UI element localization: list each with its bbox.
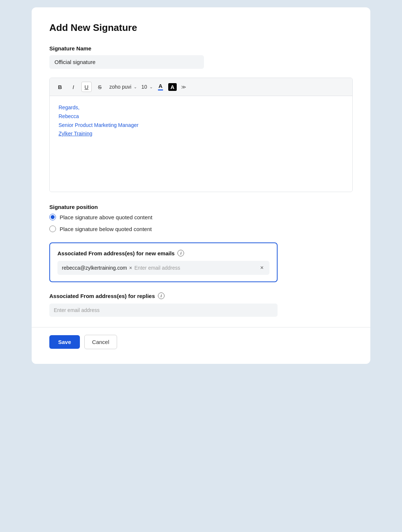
font-size-chevron-icon: ⌄ bbox=[149, 85, 153, 89]
editor-line3: Senior Product Marketing Manager bbox=[59, 121, 343, 130]
font-size-wrapper: 10 ⌄ bbox=[140, 83, 153, 91]
email-tag-text: rebecca@zylkertraining.com bbox=[62, 265, 127, 271]
radio-below-input[interactable] bbox=[49, 226, 56, 232]
associated-new-section: Associated From address(es) for new emai… bbox=[49, 242, 278, 282]
page-title: Add New Signature bbox=[49, 22, 353, 33]
associated-replies-label: Associated From address(es) for replies … bbox=[49, 292, 278, 299]
save-button[interactable]: Save bbox=[49, 335, 80, 349]
associated-replies-input-area[interactable]: Enter email address bbox=[49, 304, 278, 317]
associated-new-label-text: Associated From address(es) for new emai… bbox=[57, 250, 174, 256]
signature-editor: B I U S zoho puvi ⌄ 10 ⌄ A bbox=[49, 78, 353, 192]
editor-line4-link[interactable]: Zylker Training bbox=[59, 131, 92, 136]
associated-new-label: Associated From address(es) for new emai… bbox=[57, 250, 269, 256]
signature-name-input[interactable] bbox=[49, 55, 204, 69]
associated-new-placeholder: Enter email address bbox=[134, 265, 257, 271]
font-family-chevron-icon: ⌄ bbox=[134, 85, 137, 89]
radio-above-input[interactable] bbox=[49, 214, 56, 220]
underline-button[interactable]: U bbox=[81, 82, 92, 92]
signature-position-label: Signature position bbox=[49, 204, 353, 210]
font-color-underline-icon bbox=[158, 89, 163, 91]
strikethrough-button[interactable]: S bbox=[95, 82, 105, 92]
cancel-button[interactable]: Cancel bbox=[84, 335, 117, 349]
radio-above-option[interactable]: Place signature above quoted content bbox=[49, 214, 353, 220]
editor-toolbar: B I U S zoho puvi ⌄ 10 ⌄ A bbox=[50, 78, 352, 96]
associated-replies-placeholder: Enter email address bbox=[54, 307, 273, 313]
email-tag: rebecca@zylkertraining.com × bbox=[62, 265, 132, 271]
font-size-select[interactable]: 10 bbox=[140, 83, 149, 91]
italic-button[interactable]: I bbox=[68, 82, 78, 92]
radio-below-label: Place signature below quoted content bbox=[60, 226, 152, 232]
highlight-button[interactable]: A bbox=[168, 83, 177, 91]
associated-replies-info-icon: i bbox=[158, 292, 165, 299]
associated-replies-label-text: Associated From address(es) for replies bbox=[49, 293, 155, 299]
associated-new-info-icon: i bbox=[177, 250, 184, 256]
email-clear-all-button[interactable]: × bbox=[259, 265, 265, 271]
font-color-button[interactable]: A bbox=[156, 82, 165, 92]
signature-name-label: Signature Name bbox=[49, 45, 353, 52]
associated-replies-section: Associated From address(es) for replies … bbox=[49, 292, 278, 317]
more-options-button[interactable]: ≫ bbox=[180, 83, 188, 91]
radio-below-option[interactable]: Place signature below quoted content bbox=[49, 226, 353, 232]
font-color-letter: A bbox=[159, 83, 163, 89]
bold-button[interactable]: B bbox=[55, 82, 65, 92]
footer-bar: Save Cancel bbox=[32, 327, 370, 349]
editor-line2: Rebecca bbox=[59, 112, 343, 121]
font-family-wrapper: zoho puvi ⌄ bbox=[108, 83, 137, 91]
font-family-select[interactable]: zoho puvi bbox=[108, 83, 133, 91]
signature-position-section: Signature position Place signature above… bbox=[49, 204, 353, 232]
associated-new-input-area[interactable]: rebecca@zylkertraining.com × Enter email… bbox=[57, 261, 269, 275]
editor-line1: Regards, bbox=[59, 103, 343, 112]
add-signature-card: Add New Signature Signature Name B I U S… bbox=[32, 7, 370, 364]
editor-body[interactable]: Regards, Rebecca Senior Product Marketin… bbox=[50, 96, 352, 192]
editor-line4: Zylker Training bbox=[59, 130, 343, 138]
email-tag-remove-button[interactable]: × bbox=[129, 265, 132, 270]
radio-above-label: Place signature above quoted content bbox=[60, 214, 152, 220]
